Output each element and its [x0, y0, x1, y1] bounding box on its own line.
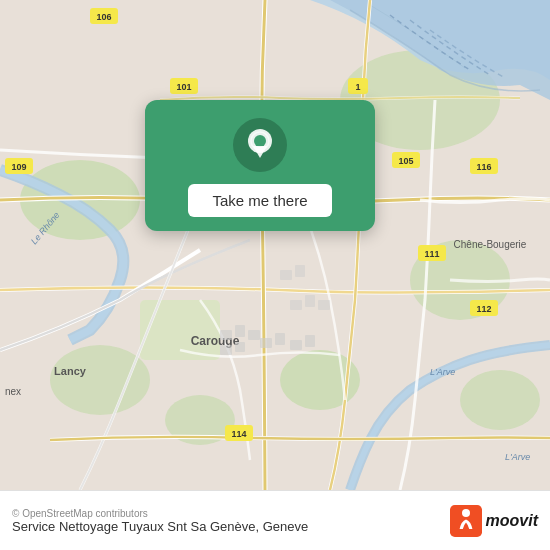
map-container: Le Rhône L'Arve L'Arve — [0, 0, 550, 490]
svg-point-53 — [462, 509, 470, 517]
svg-text:Chêne-Bougerie: Chêne-Bougerie — [454, 239, 527, 250]
svg-rect-38 — [235, 342, 245, 352]
svg-rect-40 — [275, 333, 285, 345]
svg-rect-43 — [290, 300, 302, 310]
svg-point-6 — [50, 345, 150, 415]
svg-rect-45 — [318, 300, 330, 310]
place-name: Service Nettoyage Tuyaux Snt Sa Genève, … — [12, 519, 308, 534]
svg-text:109: 109 — [11, 162, 26, 172]
svg-text:105: 105 — [398, 156, 413, 166]
svg-text:116: 116 — [476, 162, 491, 172]
svg-text:106: 106 — [96, 12, 111, 22]
svg-text:Carouge: Carouge — [191, 334, 240, 348]
take-me-there-button[interactable]: Take me there — [188, 184, 331, 217]
svg-point-7 — [460, 370, 540, 430]
bottom-info: © OpenStreetMap contributors Service Net… — [12, 508, 308, 534]
svg-text:L'Arve: L'Arve — [505, 452, 530, 462]
svg-rect-35 — [235, 325, 245, 337]
moovit-brand-text: moovit — [486, 512, 538, 530]
location-pin-icon — [245, 128, 275, 162]
svg-point-49 — [254, 135, 266, 147]
svg-text:101: 101 — [176, 82, 191, 92]
svg-rect-36 — [248, 330, 260, 340]
moovit-brand-icon — [450, 505, 482, 537]
location-icon-wrapper — [233, 118, 287, 172]
map-background: Le Rhône L'Arve L'Arve — [0, 0, 550, 490]
svg-text:1: 1 — [355, 82, 360, 92]
svg-text:112: 112 — [476, 304, 491, 314]
svg-text:nex: nex — [5, 386, 21, 397]
svg-text:L'Arve: L'Arve — [430, 367, 455, 377]
attribution: © OpenStreetMap contributors — [12, 508, 308, 519]
popup-card: Take me there — [145, 100, 375, 231]
moovit-logo: moovit — [450, 505, 538, 537]
svg-rect-39 — [260, 338, 272, 348]
svg-rect-41 — [290, 340, 302, 350]
svg-rect-47 — [295, 265, 305, 277]
svg-text:Lancy: Lancy — [54, 365, 87, 377]
svg-rect-46 — [280, 270, 292, 280]
bottom-bar: © OpenStreetMap contributors Service Net… — [0, 490, 550, 550]
svg-rect-44 — [305, 295, 315, 307]
svg-text:114: 114 — [231, 429, 246, 439]
svg-text:111: 111 — [424, 249, 439, 259]
svg-rect-42 — [305, 335, 315, 347]
svg-rect-37 — [220, 345, 232, 355]
svg-rect-34 — [220, 330, 232, 340]
